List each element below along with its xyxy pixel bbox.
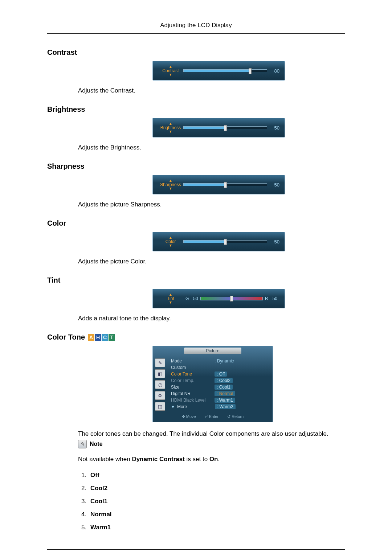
- menu-item-label: Custom: [171, 365, 215, 370]
- tint-g-label: G: [185, 296, 189, 301]
- menu-row-custom[interactable]: Custom: [171, 365, 268, 370]
- menu-row-hdmi[interactable]: HDMI Black Level : Warm1: [171, 398, 268, 403]
- note-text-pre: Not available when: [78, 456, 132, 463]
- tint-r-label: R: [265, 296, 268, 301]
- osd-label-col: ▲ Sharpness ▼: [158, 179, 183, 190]
- colortone-options-list: Off Cool2 Cool1 Normal Warm1: [78, 472, 345, 531]
- osd-fill: [184, 184, 225, 186]
- mode-badges: A H C T: [88, 334, 115, 341]
- osd-track[interactable]: [183, 69, 267, 72]
- footer-return: ↺ Return: [227, 414, 244, 419]
- arrow-down-icon: ▼: [171, 405, 175, 409]
- menu-item-label: Size: [171, 385, 215, 390]
- menu-item-label: Digital NR: [171, 391, 215, 396]
- note-text-post: .: [218, 456, 220, 463]
- osd-track[interactable]: [200, 297, 263, 300]
- colortone-paragraph: The color tones can be changed. The indi…: [78, 430, 345, 438]
- footer-move: ✥ Move: [182, 414, 196, 419]
- sound-icon[interactable]: ◧: [155, 369, 165, 378]
- osd-track[interactable]: [183, 240, 267, 243]
- note-text-mid: is set to: [185, 456, 209, 463]
- arrow-down-icon: ▼: [169, 187, 172, 190]
- osd-value: 50: [267, 125, 279, 131]
- menu-title-bar: Picture: [153, 346, 273, 356]
- osd-track[interactable]: [183, 183, 267, 186]
- menu-item-label: HDMI Black Level: [171, 398, 215, 403]
- osd-label-col: ▲ Tint ▼: [158, 293, 183, 304]
- osd-track[interactable]: [183, 126, 267, 129]
- section-heading-contrast: Contrast: [47, 48, 345, 57]
- osd-thumb[interactable]: [224, 182, 227, 188]
- note-text-b2: On: [209, 456, 218, 463]
- osd-tint: ▲ Tint ▼ G 50 R 50: [152, 289, 285, 308]
- section-heading-brightness: Brightness: [47, 105, 345, 114]
- menu-item-label: Color Tone: [171, 372, 215, 377]
- section-heading-sharpness: Sharpness: [47, 162, 345, 171]
- badge-a: A: [88, 334, 94, 341]
- desc-tint: Adds a natural tone to the display.: [78, 315, 345, 322]
- menu-body: ✎ ◧ ◴ ⚙ ◫ Mode : Dynamic Custom Color To…: [153, 356, 273, 412]
- page: Adjusting the LCD Display Contrast ▲ Con…: [0, 0, 392, 554]
- section-heading-colortone: Color Tone A H C T: [47, 333, 345, 341]
- menu-row-size[interactable]: Size : Cool1: [171, 385, 268, 390]
- menu-footer: ✥ Move ⏎ Enter ↺ Return: [153, 412, 273, 422]
- list-item: Off: [88, 472, 345, 479]
- desc-sharpness: Adjusts the picture Sharpness.: [78, 201, 345, 208]
- osd-label-col: ▲ Color ▼: [158, 236, 183, 247]
- osd-value: 80: [267, 68, 279, 74]
- menu-item-value: : Off: [215, 372, 227, 377]
- list-item: Cool1: [88, 498, 345, 505]
- osd-value: 50: [267, 182, 279, 188]
- setup-icon[interactable]: ⚙: [155, 391, 165, 400]
- menu-item-label: Color Temp.: [171, 378, 215, 383]
- osd-thumb[interactable]: [230, 296, 233, 301]
- arrow-down-icon: ▼: [169, 301, 172, 304]
- footer-rule: [47, 549, 345, 550]
- footer-enter: ⏎ Enter: [205, 414, 219, 419]
- menu-row-digitalnr[interactable]: Digital NR : Normal: [171, 391, 268, 396]
- tint-g-value: 50: [193, 296, 198, 301]
- osd-fill: [184, 241, 225, 243]
- picture-icon[interactable]: ✎: [155, 358, 165, 367]
- osd-thumb[interactable]: [224, 125, 227, 131]
- arrow-down-icon: ▼: [169, 73, 172, 77]
- menu-item-value: : Warm1: [215, 398, 235, 403]
- section-heading-tint: Tint: [47, 276, 345, 284]
- badge-c: C: [102, 334, 108, 341]
- menu-row-colortemp[interactable]: Color Temp. : Cool2: [171, 378, 268, 383]
- menu-item-value: : Cool2: [215, 378, 233, 383]
- desc-contrast: Adjusts the Contrast.: [78, 87, 345, 94]
- desc-brightness: Adjusts the Brightness.: [78, 144, 345, 151]
- osd-thumb[interactable]: [224, 239, 227, 245]
- osd-label-col: ▲ Brightness ▼: [158, 122, 183, 134]
- heading-text: Color Tone: [47, 333, 85, 341]
- page-title: Adjusting the LCD Display: [47, 22, 345, 34]
- osd-sharpness: ▲ Sharpness ▼ 50: [152, 175, 285, 194]
- osd-fill: [184, 70, 250, 72]
- badge-h: H: [95, 334, 101, 341]
- menu-row-more[interactable]: ▼ More : Warm2: [171, 404, 268, 409]
- menu-item-value: : Dynamic: [215, 358, 234, 364]
- menu-icon-column: ✎ ◧ ◴ ⚙ ◫: [155, 358, 166, 411]
- osd-thumb[interactable]: [249, 68, 252, 74]
- arrow-down-icon: ▼: [169, 130, 172, 134]
- osd-fill: [184, 127, 225, 129]
- osd-contrast: ▲ Contrast ▼ 80: [152, 61, 285, 81]
- osd-color: ▲ Color ▼ 50: [152, 232, 285, 251]
- osd-label-col: ▲ Contrast ▼: [158, 65, 183, 77]
- menu-title: Picture: [184, 348, 241, 354]
- note-text-b1: Dynamic Contrast: [132, 456, 184, 463]
- timer-icon[interactable]: ◴: [155, 380, 165, 389]
- menu-row-mode[interactable]: Mode : Dynamic: [171, 358, 268, 364]
- menu-item-label: Mode: [171, 358, 215, 364]
- note-label: Note: [90, 441, 103, 447]
- picture-menu: Picture ✎ ◧ ◴ ⚙ ◫ Mode : Dynamic Custom …: [152, 346, 273, 422]
- list-item: Cool2: [88, 485, 345, 492]
- arrow-down-icon: ▼: [169, 244, 172, 247]
- list-item: Warm1: [88, 524, 345, 531]
- note-text: Not available when Dynamic Contrast is s…: [78, 456, 345, 463]
- menu-row-colortone[interactable]: Color Tone : Off: [171, 372, 268, 377]
- badge-t: T: [109, 334, 115, 341]
- section-heading-color: Color: [47, 219, 345, 227]
- multi-icon[interactable]: ◫: [155, 402, 165, 411]
